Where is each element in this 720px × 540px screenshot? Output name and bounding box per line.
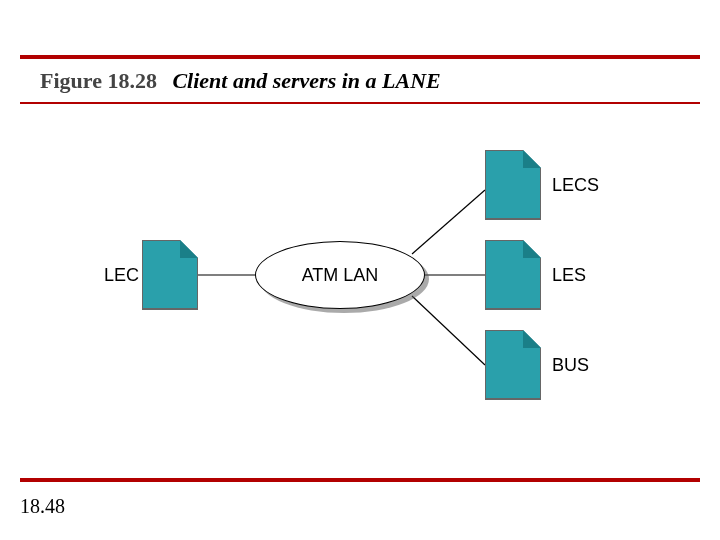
bottom-rule	[20, 478, 700, 482]
les-node-icon	[485, 240, 541, 310]
lecs-label: LECS	[552, 175, 599, 196]
lec-node-icon	[142, 240, 198, 310]
atm-lan-node: ATM LAN	[255, 241, 425, 309]
title-underline-rule	[20, 102, 700, 104]
top-rule	[20, 55, 700, 59]
figure-number: Figure 18.28	[40, 68, 157, 93]
les-label: LES	[552, 265, 586, 286]
bus-label: BUS	[552, 355, 589, 376]
page-fold-icon	[180, 240, 198, 258]
lecs-node-icon	[485, 150, 541, 220]
bus-node-icon	[485, 330, 541, 400]
page-fold-icon	[523, 330, 541, 348]
page-number: 18.48	[20, 495, 65, 518]
atm-lan-label: ATM LAN	[255, 241, 425, 309]
page-fold-icon	[523, 150, 541, 168]
diagram-area: LEC ATM LAN LECS LES BUS	[0, 120, 720, 450]
figure-caption: Client and servers in a LANE	[172, 68, 440, 93]
figure-title: Figure 18.28 Client and servers in a LAN…	[40, 68, 441, 94]
page-fold-icon	[523, 240, 541, 258]
lec-label: LEC	[104, 265, 139, 286]
